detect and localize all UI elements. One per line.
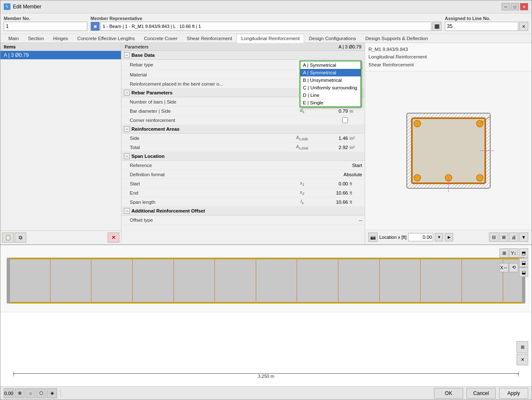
rebar-line — [256, 259, 256, 302]
param-start: Start x1 0.00 ft — [121, 179, 365, 188]
export-btn[interactable]: 🖨 — [509, 233, 518, 242]
add-item-button[interactable]: 📋 — [2, 233, 14, 243]
view-mode-btn[interactable]: ⊞ — [499, 233, 508, 242]
param-name-end: End — [130, 190, 294, 195]
param-unit-side-area: in² — [350, 136, 362, 141]
rebar-line — [214, 259, 215, 302]
tab-section[interactable]: Section — [23, 34, 48, 43]
assigned-line-input[interactable] — [445, 22, 518, 31]
tab-main[interactable]: Main — [4, 34, 23, 43]
section-toggle-reinforcement-areas[interactable]: − — [124, 126, 130, 132]
member-rep-input[interactable] — [101, 22, 431, 31]
dropdown-option-d-line[interactable]: D | Line — [300, 91, 361, 99]
section-base-data-header[interactable]: − Base Data — [121, 51, 365, 60]
param-side-area: Side As,side 1.46 in² — [121, 134, 365, 143]
dropdown-option-a-symmetrical-first[interactable]: A | Symmetrical — [300, 61, 361, 69]
param-val-definition-format: Absolute — [343, 172, 362, 177]
rebar-line — [379, 259, 380, 302]
left-panel-footer: 📋 ⧉ ✕ — [0, 230, 121, 244]
tab-longitudinal-reinforcement[interactable]: Longitudinal Reinforcement — [237, 34, 304, 43]
tab-concrete-cover[interactable]: Concrete Cover — [139, 34, 182, 43]
param-rebar-type: Rebar type A | Symmetrical ▼ A | Symmetr… — [121, 60, 365, 70]
beam-body — [9, 258, 523, 304]
param-symbol-side-area: As,side — [294, 135, 310, 141]
dimension-label: 3.250 m — [258, 374, 275, 379]
status-divider — [61, 389, 61, 397]
tab-concrete-effective-lengths[interactable]: Concrete Effective Lengths — [73, 34, 139, 43]
dropdown-option-e-single[interactable]: E | Single — [300, 99, 361, 106]
toolbar-view2-btn[interactable]: ⬓ — [519, 258, 528, 267]
tab-hinges[interactable]: Hinges — [48, 34, 73, 43]
status-icon-5[interactable]: ◈ — [47, 388, 57, 398]
param-value-bar-diameter: 0.79 — [310, 109, 348, 114]
bottom-toolbar-btn2[interactable]: ✕ — [517, 354, 528, 365]
section-toggle-additional-offset[interactable]: − — [124, 208, 130, 214]
status-icon-1[interactable]: 0.00 — [4, 388, 14, 398]
section-reinforcement-areas-header[interactable]: − Reinforcement Areas — [121, 125, 365, 134]
tab-design-supports[interactable]: Design Supports & Deflection — [361, 34, 432, 43]
status-icon-2[interactable]: ⊕ — [15, 388, 25, 398]
section-additional-offset-header[interactable]: − Additional Reinforcement Offset — [121, 207, 365, 215]
param-name-corner-reinforcement: Corner reinforcement — [130, 118, 294, 123]
dropdown-option-a-symmetrical[interactable]: A | Symmetrical — [300, 69, 361, 76]
param-value-corner-reinforcement[interactable] — [310, 117, 348, 123]
dropdown-option-b-unsymmetrical[interactable]: B | Unsymmetrical — [300, 76, 361, 84]
section-toggle-span-location[interactable]: − — [124, 153, 130, 159]
member-rep-icon: ▣ — [91, 22, 100, 31]
rebar-line — [50, 259, 50, 302]
param-name-reinforcement-corner: Reinforcement placed in the bent corner … — [130, 81, 308, 86]
rebar-line — [91, 259, 91, 302]
beam-view: ⊞ Y↕ X↔ ⟲ ⬒ ⬓ ⬓ — [0, 245, 532, 312]
toolbar-y-btn[interactable]: Y↕ — [509, 248, 518, 258]
bottom-toolbar-btn1[interactable]: ⊞ — [517, 341, 528, 353]
section-toggle-rebar-parameters[interactable]: − — [124, 90, 130, 96]
location-down-btn[interactable]: ▼ — [435, 233, 443, 241]
section-additional-offset: − Additional Reinforcement Offset Offset… — [121, 207, 365, 225]
status-icon-3[interactable]: ○ — [25, 388, 35, 398]
tab-shear-reinforcement[interactable]: Shear Reinforcement — [182, 34, 237, 43]
section-toggle-base-data[interactable]: − — [124, 52, 130, 58]
filter-button[interactable]: ⊟ — [489, 233, 498, 242]
param-value-total-area: 2.92 — [310, 145, 348, 150]
toolbar-view3-btn[interactable]: ⬓ — [519, 268, 528, 277]
assigned-line-label: Assigned to Line No. — [445, 16, 528, 21]
camera-button[interactable]: 📷 — [368, 233, 378, 242]
dropdown-option-c-uniformly[interactable]: C | Uniformly surrounding — [300, 84, 361, 91]
list-item[interactable]: A | 3 Ø0.79 — [0, 51, 121, 59]
main-window: ✎ Edit Member ─ □ ✕ Member No. Member Re… — [0, 0, 532, 400]
apply-button[interactable]: Apply — [499, 388, 528, 399]
assigned-line-value-row: ✕ — [445, 22, 528, 31]
maximize-button[interactable]: □ — [511, 3, 519, 10]
toolbar-rotate-btn[interactable]: ⟲ — [509, 263, 518, 272]
section-span-location-header[interactable]: − Span Location — [121, 152, 365, 161]
tab-design-configurations[interactable]: Design Configurations — [304, 34, 361, 43]
param-name-num-bars: Number of bars | Side — [130, 99, 294, 104]
cancel-button[interactable]: Cancel — [466, 388, 496, 399]
toolbar-grid-btn[interactable]: ⊞ — [499, 248, 509, 258]
location-input[interactable] — [408, 233, 433, 241]
param-name-span-length: Span length — [130, 200, 294, 205]
member-no-value-row — [4, 22, 87, 31]
rebar-line — [461, 259, 462, 302]
location-next-btn[interactable]: ▶ — [445, 233, 453, 241]
member-rep-select-btn[interactable]: ⬛ — [432, 22, 441, 31]
param-val-start: 0.00 — [339, 181, 348, 186]
more-btn[interactable]: ▼ — [519, 233, 528, 242]
close-button[interactable]: ✕ — [520, 3, 528, 10]
member-no-input[interactable] — [4, 22, 87, 31]
param-name-reference: Reference — [130, 163, 308, 168]
corner-reinforcement-checkbox[interactable] — [342, 117, 348, 123]
toolbar-x-btn[interactable]: X↔ — [499, 263, 509, 272]
status-icon-4[interactable]: ⬡ — [36, 388, 46, 398]
rebar-line — [420, 259, 421, 302]
param-val-offset-type: -- — [359, 218, 362, 223]
toolbar-view1-btn[interactable]: ⬒ — [519, 248, 528, 258]
param-val-bar-diameter: 0.79 — [339, 109, 348, 114]
ok-button[interactable]: OK — [434, 388, 463, 399]
title-bar: ✎ Edit Member ─ □ ✕ — [0, 0, 532, 13]
window-title: Edit Member — [13, 4, 41, 10]
assigned-line-btn[interactable]: ✕ — [519, 22, 528, 31]
minimize-button[interactable]: ─ — [502, 3, 510, 10]
delete-item-button[interactable]: ✕ — [108, 233, 119, 243]
copy-item-button[interactable]: ⧉ — [15, 233, 26, 243]
